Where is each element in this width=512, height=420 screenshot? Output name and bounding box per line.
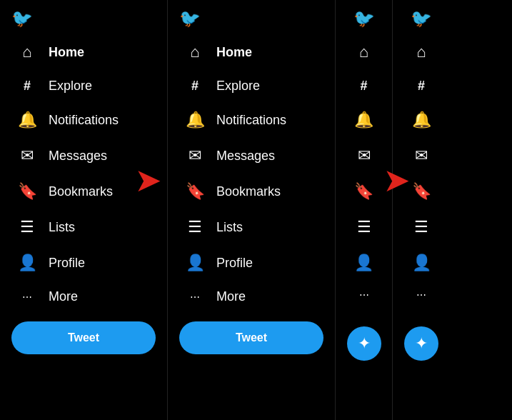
bookmarks-label-2: Bookmarks [216, 184, 281, 199]
nav-more-2[interactable]: ⋯ More [179, 282, 323, 311]
nav-lists-4[interactable]: ☰ [406, 211, 437, 244]
home-icon-2: ⌂ [185, 43, 205, 61]
nav-bookmarks-3[interactable]: 🔖 [348, 175, 380, 208]
nav-bookmarks-2[interactable]: 🔖 Bookmarks [179, 175, 323, 208]
nav-notifications-1[interactable]: 🔔 Notifications [11, 104, 156, 136]
twitter-logo-2: 🐦 [179, 9, 323, 29]
tweet-button-2[interactable]: Tweet [179, 321, 323, 354]
nav-lists-2[interactable]: ☰ Lists [179, 211, 323, 244]
home-label-2: Home [216, 45, 252, 60]
notifications-icon-3: 🔔 [354, 111, 374, 129]
twitter-logo-3: 🐦 [353, 9, 375, 29]
home-icon-3: ⌂ [354, 43, 374, 61]
bookmarks-icon-2: 🔖 [185, 182, 205, 201]
lists-icon-3: ☰ [354, 218, 374, 236]
lists-label-1: Lists [49, 220, 75, 235]
sidebar-panel-4: 🐦 ⌂ # 🔔 ✉ 🔖 ☰ 👤 ⋯ ✦ [393, 0, 450, 420]
explore-label-1: Explore [49, 79, 92, 94]
more-icon-2: ⋯ [185, 291, 205, 303]
notifications-label-2: Notifications [216, 113, 286, 128]
nav-profile-4[interactable]: 👤 [406, 246, 437, 279]
more-label-2: More [216, 289, 246, 304]
bookmarks-icon-4: 🔖 [411, 182, 431, 201]
sidebar-panel-2: 🐦 ⌂ Home # Explore 🔔 Notifications ✉ Mes… [168, 0, 336, 420]
bookmarks-icon-1: 🔖 [17, 182, 37, 201]
profile-label-1: Profile [49, 256, 85, 271]
bookmarks-label-1: Bookmarks [49, 184, 113, 199]
notifications-icon-1: 🔔 [17, 111, 37, 129]
nav-bookmarks-1[interactable]: 🔖 Bookmarks [11, 175, 156, 208]
notifications-icon-2: 🔔 [185, 111, 205, 129]
notifications-label-1: Notifications [49, 113, 119, 128]
nav-home-1[interactable]: ⌂ Home [11, 36, 156, 69]
fab-button-4[interactable]: ✦ [404, 326, 438, 361]
nav-explore-2[interactable]: # Explore [179, 71, 323, 101]
profile-label-2: Profile [216, 256, 253, 271]
nav-messages-1[interactable]: ✉ Messages [11, 139, 156, 172]
nav-messages-3[interactable]: ✉ [348, 139, 380, 172]
messages-icon-3: ✉ [354, 146, 374, 165]
home-label-1: Home [49, 45, 84, 60]
nav-bookmarks-4[interactable]: 🔖 [406, 175, 437, 208]
nav-more-4[interactable]: ⋯ [406, 282, 437, 308]
twitter-logo-4: 🐦 [411, 9, 432, 29]
sidebar-panel-3: 🐦 ⌂ # 🔔 ✉ 🔖 ☰ 👤 ⋯ ✦ [336, 0, 393, 420]
messages-icon-4: ✉ [411, 146, 431, 165]
lists-icon-4: ☰ [411, 218, 431, 236]
nav-notifications-3[interactable]: 🔔 [348, 104, 380, 136]
nav-notifications-4[interactable]: 🔔 [406, 104, 437, 136]
bookmarks-icon-3: 🔖 [354, 182, 374, 201]
lists-icon-1: ☰ [17, 218, 37, 236]
messages-label-2: Messages [216, 149, 275, 164]
profile-icon-2: 👤 [185, 254, 205, 272]
red-arrow-2: ➤ [384, 164, 408, 197]
explore-icon-2: # [185, 79, 205, 94]
nav-messages-2[interactable]: ✉ Messages [179, 139, 323, 172]
nav-home-3[interactable]: ⌂ [348, 36, 380, 69]
explore-icon-3: # [354, 79, 374, 94]
messages-label-1: Messages [49, 149, 107, 164]
nav-lists-3[interactable]: ☰ [348, 211, 380, 244]
nav-explore-3[interactable]: # [348, 71, 380, 101]
sidebar-panel-1: 🐦 ⌂ Home # Explore 🔔 Notifications ✉ Mes… [0, 0, 168, 420]
explore-icon-4: # [411, 79, 431, 94]
twitter-logo-1: 🐦 [11, 9, 156, 29]
more-icon-1: ⋯ [17, 291, 37, 303]
home-icon-4: ⌂ [411, 43, 431, 61]
profile-icon-4: 👤 [411, 254, 431, 272]
red-arrow-1: ➤ [136, 164, 160, 197]
profile-icon-1: 👤 [17, 254, 37, 272]
lists-icon-2: ☰ [185, 218, 205, 236]
nav-explore-4[interactable]: # [406, 71, 437, 101]
tweet-button-1[interactable]: Tweet [11, 321, 156, 354]
lists-label-2: Lists [216, 220, 243, 235]
nav-profile-3[interactable]: 👤 [348, 246, 380, 279]
nav-explore-1[interactable]: # Explore [11, 71, 156, 101]
more-icon-4: ⋯ [411, 289, 431, 301]
nav-messages-4[interactable]: ✉ [406, 139, 437, 172]
home-icon-1: ⌂ [17, 43, 37, 61]
fab-button-3[interactable]: ✦ [347, 326, 381, 361]
nav-profile-1[interactable]: 👤 Profile [11, 246, 156, 279]
nav-lists-1[interactable]: ☰ Lists [11, 211, 156, 244]
notifications-icon-4: 🔔 [411, 111, 431, 129]
nav-more-3[interactable]: ⋯ [348, 282, 380, 308]
explore-label-2: Explore [216, 79, 260, 94]
messages-icon-2: ✉ [185, 146, 205, 165]
more-label-1: More [49, 289, 78, 304]
nav-more-1[interactable]: ⋯ More [11, 282, 156, 311]
nav-profile-2[interactable]: 👤 Profile [179, 246, 323, 279]
more-icon-3: ⋯ [354, 289, 374, 301]
messages-icon-1: ✉ [17, 146, 37, 165]
profile-icon-3: 👤 [354, 254, 374, 272]
nav-home-2[interactable]: ⌂ Home [179, 36, 323, 69]
nav-notifications-2[interactable]: 🔔 Notifications [179, 104, 323, 136]
nav-home-4[interactable]: ⌂ [406, 36, 437, 69]
explore-icon-1: # [17, 79, 37, 94]
